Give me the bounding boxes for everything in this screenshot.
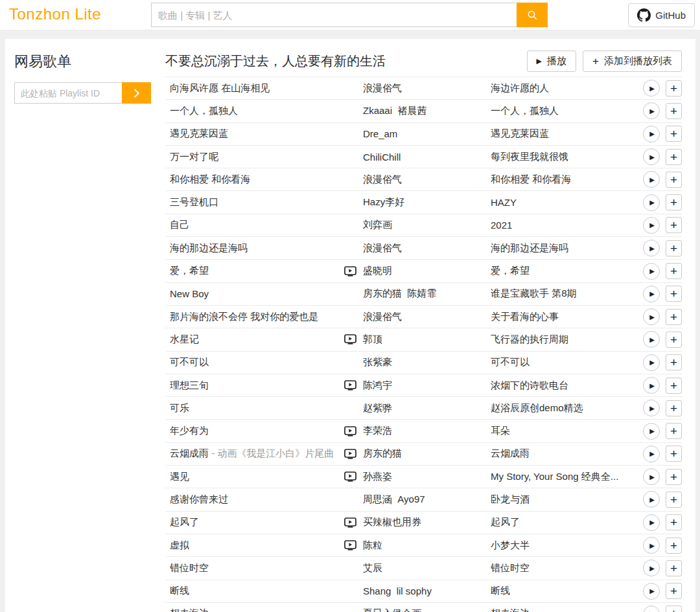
row-add-button[interactable]: + [666,194,682,210]
row-play-button[interactable]: ▶ [643,331,660,348]
row-play-button[interactable]: ▶ [643,286,660,302]
mv-icon[interactable] [344,380,356,391]
row-add-button[interactable]: + [666,103,682,119]
row-play-button[interactable]: ▶ [643,491,660,508]
table-row: 一个人，孤独人 Zkaaai 褚晨茜 一个人，孤独人 ▶ + [165,100,682,122]
row-play-button[interactable]: ▶ [643,400,660,416]
row-add-button[interactable]: + [666,469,682,485]
playlist-header: 不要总沉溺于过去，人总要有新的生活 ▶ 播放 + 添加到播放列表 [165,51,682,72]
row-add-button[interactable]: + [666,240,682,256]
song-album: 爱，希望 [491,265,638,277]
sidebar: 网易歌单 [5,39,161,612]
song-name: 虚拟 [170,539,189,550]
github-button[interactable]: GitHub [628,3,695,27]
table-row: 断线 Shang lil sophy 断线 ▶ + [165,580,682,603]
mv-icon[interactable] [344,540,356,550]
song-name: 遇见克莱因蓝 [170,128,228,139]
row-play-button[interactable]: ▶ [643,80,660,96]
row-play-button[interactable]: ▶ [643,194,660,211]
song-album: 可不可以 [491,356,638,368]
row-play-button[interactable]: ▶ [643,102,660,119]
row-add-button[interactable]: + [666,492,682,508]
table-row: 那片海的浪不会停 我对你的爱也是 浪漫俗气 关于看海的心事 ▶ + [165,306,682,328]
play-icon: ▶ [649,587,655,595]
row-play-button[interactable]: ▶ [643,514,660,531]
row-play-button[interactable]: ▶ [643,560,660,576]
row-add-button[interactable]: + [666,400,682,416]
app-logo[interactable]: Tonzhon Lite [9,5,101,23]
song-artist: 周思涵 Ayo97 [363,493,486,506]
row-play-button[interactable]: ▶ [643,354,660,371]
song-album: 飞行器的执行周期 [491,334,638,346]
mv-icon[interactable] [344,517,356,528]
row-play-button[interactable]: ▶ [643,606,660,612]
table-row: 可乐 赵紫骅 赵浴辰原创demo精选 ▶ + [165,397,682,420]
row-add-button[interactable]: + [666,263,682,279]
song-album: 错位时空 [491,562,638,574]
song-album: 每到夜里我就很饿 [491,151,638,163]
song-artist: 赵紫骅 [363,402,486,414]
row-add-button[interactable]: + [666,560,682,576]
search-input[interactable] [151,3,517,27]
song-artist: Zkaaai 褚晨茜 [363,105,486,117]
row-play-button[interactable]: ▶ [643,263,660,280]
row-play-button[interactable]: ▶ [643,423,660,440]
mv-icon[interactable] [344,471,356,482]
row-add-button[interactable]: + [666,446,682,462]
plus-icon: + [670,196,677,209]
plus-icon: + [670,356,677,368]
row-play-button[interactable]: ▶ [643,308,660,325]
song-cell: 一个人，孤独人 [170,105,356,117]
row-add-button[interactable]: + [666,217,682,233]
row-add-button[interactable]: + [666,80,682,96]
row-add-button[interactable]: + [666,309,682,325]
mv-icon[interactable] [344,449,356,459]
play-icon: ▶ [649,496,655,503]
song-cell: 断线 [170,585,356,597]
row-add-button[interactable]: + [666,514,682,530]
song-name: 年少有为 [170,425,209,436]
row-play-button[interactable]: ▶ [643,171,660,188]
row-play-button[interactable]: ▶ [643,126,660,142]
row-add-button[interactable]: + [666,172,682,188]
row-add-button[interactable]: + [666,378,682,394]
song-album: 起风了 [491,516,638,528]
table-row: 遇见克莱因蓝 Dre_am 遇见克莱因蓝 ▶ + [165,123,682,146]
row-add-button[interactable]: + [666,423,682,439]
row-add-button[interactable]: + [666,354,682,370]
playlist-id-input[interactable] [14,82,122,104]
song-album: 谁是宝藏歌手 第8期 [491,288,638,300]
row-play-button[interactable]: ▶ [643,583,660,600]
row-play-button[interactable]: ▶ [643,240,660,256]
playlist-submit-button[interactable] [122,82,151,104]
table-row: 自己 刘弈画 2021 ▶ + [165,214,682,237]
row-play-button[interactable]: ▶ [643,148,660,165]
mv-icon[interactable] [344,334,356,345]
row-play-button[interactable]: ▶ [643,446,660,462]
row-play-button[interactable]: ▶ [643,537,660,554]
row-play-button[interactable]: ▶ [643,377,660,394]
add-all-button[interactable]: + 添加到播放列表 [583,51,682,72]
table-row: New Boy 房东的猫 陈婧霏 谁是宝藏歌手 第8期 ▶ + [165,283,682,306]
mv-icon[interactable] [344,266,356,277]
github-label: GitHub [655,10,686,21]
plus-icon: + [670,242,677,255]
song-name-suffix: - 动画《我是江小白》片尾曲 [209,448,334,459]
row-play-button[interactable]: ▶ [643,468,660,485]
row-add-button[interactable]: + [666,126,682,142]
song-artist: 夏日入侵企画 [363,607,486,612]
row-add-button[interactable]: + [666,149,682,165]
row-add-button[interactable]: + [666,583,682,599]
song-name: 起风了 [170,516,199,527]
playlist-title: 不要总沉溺于过去，人总要有新的生活 [165,52,386,70]
row-add-button[interactable]: + [666,286,682,302]
play-all-button[interactable]: ▶ 播放 [527,51,576,72]
play-icon: ▶ [649,108,655,115]
row-add-button[interactable]: + [666,332,682,348]
row-add-button[interactable]: + [666,538,682,554]
row-add-button[interactable]: + [666,606,682,612]
song-name: 水星记 [170,334,199,345]
search-button[interactable] [517,3,548,27]
row-play-button[interactable]: ▶ [643,217,660,234]
mv-icon[interactable] [344,426,356,436]
